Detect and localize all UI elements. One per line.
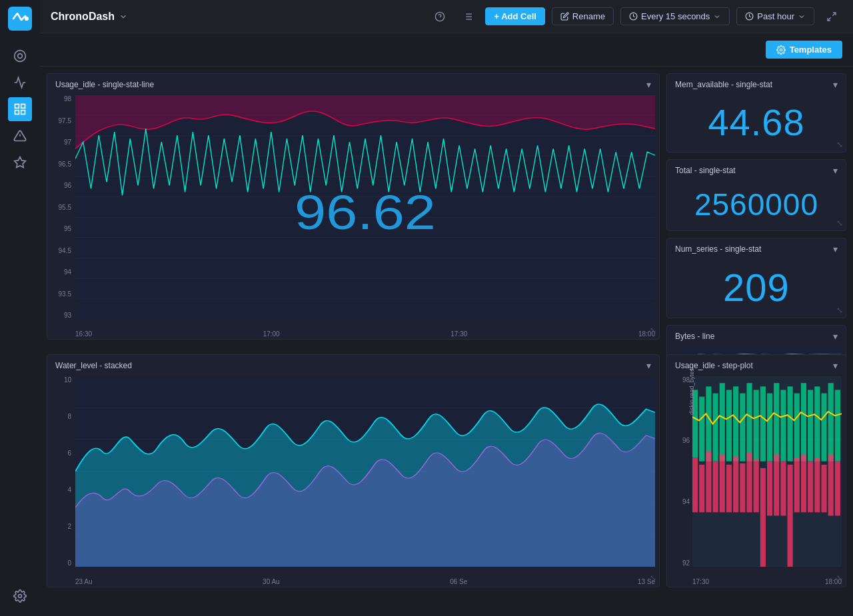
svg-rect-78 [733,456,738,512]
rename-button[interactable]: Rename [552,7,614,25]
cell-usage-idle-large: Usage_idle - single-stat-line ▾ 98 97.5 … [47,73,660,340]
cell-title-water-level: Water_level - stacked [55,361,132,370]
resize-handle-water-level[interactable]: ⤡ [650,573,656,583]
svg-point-3 [18,54,23,59]
svg-rect-61 [767,393,772,461]
svg-point-2 [15,51,26,62]
resize-handle-total[interactable]: ⤡ [836,218,843,228]
refresh-button[interactable]: Every 15 seconds [620,7,730,25]
cell-header-usage-idle: Usage_idle - single-stat-line ▾ [47,74,659,95]
svg-rect-91 [821,464,826,512]
svg-rect-57 [740,393,745,461]
svg-rect-59 [754,390,759,461]
svg-marker-10 [15,157,26,168]
cell-header-water-level: Water_level - stacked ▾ [47,355,659,376]
gear-icon [776,45,786,55]
cell-title-bytes: Bytes - line [675,332,714,341]
sidebar-item-premium[interactable] [8,151,32,174]
step-chart-svg-area [692,376,842,567]
cell-total: Total - single-stat ▾ 2560000 ⤡ [666,159,846,231]
title-text: ChronoDash [51,11,115,23]
svg-point-11 [19,595,22,598]
fullscreen-icon [826,11,837,22]
cell-chevron-usage-idle-step[interactable]: ▾ [833,360,838,371]
add-cell-button[interactable]: + Add Cell [485,7,544,25]
cell-title-usage-idle-step: Usage_idle - step-plot [675,361,753,370]
cell-chevron-water-level[interactable]: ▾ [646,360,651,371]
resize-handle-mem[interactable]: ⤡ [836,140,843,149]
x-axis-usage-idle: 16:30 17:00 17:30 18:00 [75,330,655,338]
svg-rect-67 [808,390,813,461]
sidebar-item-home[interactable] [8,44,32,68]
dashboard-grid: Usage_idle - single-stat-line ▾ 98 97.5 … [40,67,853,616]
svg-rect-51 [699,396,704,461]
resize-handle-num-series[interactable]: ⤡ [836,306,843,315]
list-icon [462,11,473,22]
svg-rect-86 [788,464,793,566]
x-axis-water-level: 23 Au 30 Au 06 Se 13 Se [75,578,655,585]
usage-idle-chart-svg: 96.62 [75,95,655,319]
sidebar-item-dashboards[interactable] [8,97,32,121]
big-number-text: 96.62 [295,185,436,239]
cell-chevron-bytes[interactable]: ▾ [833,331,838,342]
refresh-label: Every 15 seconds [641,11,710,21]
help-icon [434,11,445,22]
app-logo[interactable] [8,7,32,31]
svg-rect-4 [15,105,19,109]
svg-rect-63 [780,390,786,461]
timerange-button[interactable]: Past hour [736,7,814,25]
cell-chevron-num-series[interactable]: ▾ [833,244,838,254]
templates-label: Templates [790,45,832,55]
cell-title-mem: Mem_available - single-stat [675,80,772,89]
cell-chevron-total[interactable]: ▾ [833,165,838,176]
fullscreen-button[interactable] [821,6,842,27]
help-button[interactable] [429,6,450,27]
svg-rect-85 [780,461,786,515]
svg-rect-68 [814,386,820,461]
step-chart-svg [692,376,842,567]
svg-rect-72 [692,458,698,512]
sidebar-item-alerts[interactable] [8,124,32,148]
resize-handle-step[interactable]: ⤡ [836,573,843,583]
dashboard-title[interactable]: ChronoDash [51,11,128,23]
svg-rect-88 [801,454,806,512]
svg-rect-60 [760,386,766,461]
sidebar-item-analytics[interactable] [8,71,32,95]
chevron-down-icon [119,12,128,21]
rename-label: Rename [572,11,605,21]
timerange-label: Past hour [757,11,794,21]
svg-rect-5 [21,105,25,109]
svg-rect-54 [720,383,725,461]
svg-rect-84 [774,454,779,515]
chart-svg-area-usage-idle: 96.62 [75,95,655,319]
cell-content-usage-idle: 98 97.5 97 96.5 96 95.5 95 94.5 94 93.5 … [47,95,659,338]
stat-value-mem: 44.68 [667,95,846,152]
svg-rect-76 [720,454,725,512]
cell-title-num-series: Num_series - single-stat [675,244,761,254]
cell-water-level: Water_level - stacked ▾ 10 8 6 4 2 0 [47,354,660,587]
cell-chevron-usage-idle[interactable]: ▾ [646,79,651,90]
main-area: ChronoDash + Add Cell Rename Every 15 se… [40,0,853,616]
svg-line-23 [828,17,831,21]
svg-rect-6 [21,111,25,115]
sidebar [0,0,40,616]
sidebar-item-settings[interactable] [8,584,32,608]
svg-point-1 [25,17,29,21]
refresh-chevron-icon [713,13,721,21]
svg-rect-89 [808,461,813,512]
resize-handle-usage-idle[interactable]: ⤡ [650,326,656,335]
svg-rect-56 [733,386,738,461]
templates-button[interactable]: Templates [766,41,842,59]
topbar: ChronoDash + Add Cell Rename Every 15 se… [40,0,853,33]
svg-rect-79 [740,463,745,512]
svg-rect-55 [726,390,732,461]
svg-rect-80 [746,452,752,512]
water-chart-svg-area [75,376,655,567]
svg-rect-92 [828,454,834,515]
list-button[interactable] [457,6,478,27]
svg-rect-7 [15,111,19,115]
cell-chevron-mem[interactable]: ▾ [833,79,838,90]
svg-line-22 [832,13,836,16]
svg-rect-53 [713,393,718,461]
stat-value-total: 2560000 [667,181,846,230]
